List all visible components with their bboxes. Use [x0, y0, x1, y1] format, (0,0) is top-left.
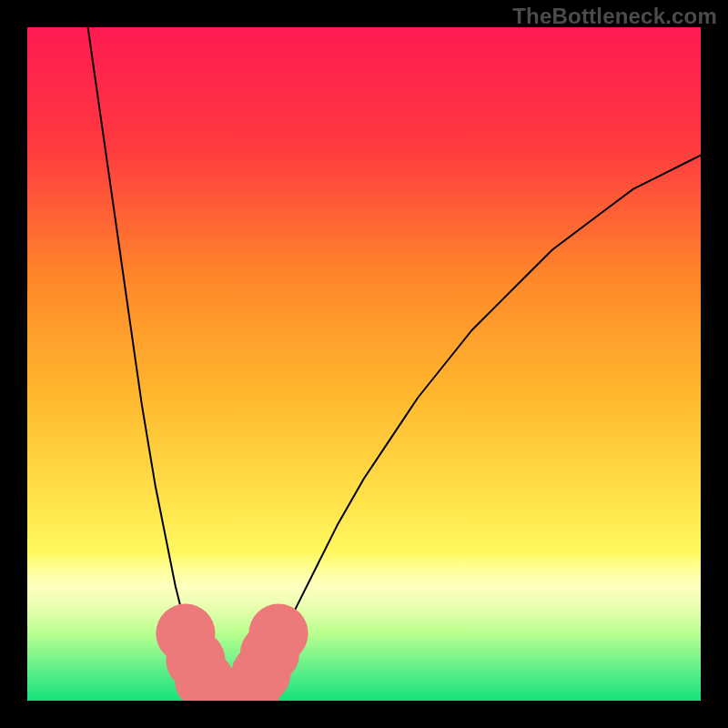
plot-area [27, 27, 701, 701]
chart-frame: TheBottleneck.com [0, 0, 728, 728]
bottleneck-curve [88, 27, 701, 701]
curve-layer [27, 27, 701, 701]
valley-marker [248, 603, 308, 662]
watermark-text: TheBottleneck.com [512, 4, 717, 29]
